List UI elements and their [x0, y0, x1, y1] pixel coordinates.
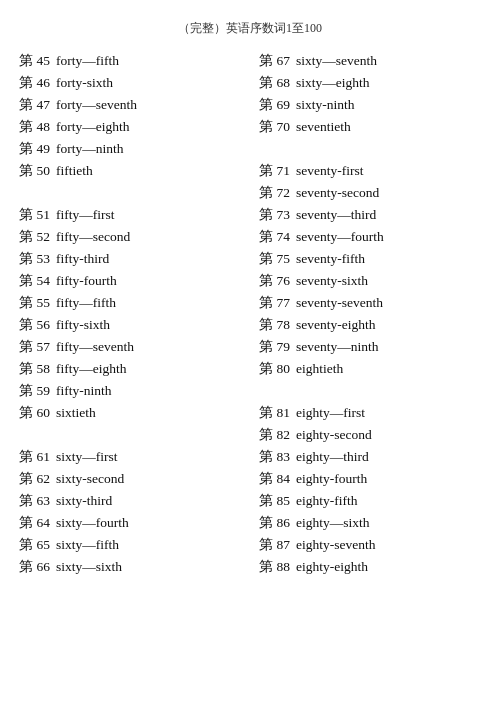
list-item: 第 74seventy—fourth	[258, 227, 482, 249]
entry-number: 第 88	[258, 558, 296, 576]
entry-number: 第 55	[18, 294, 56, 312]
entry-word: sixty-second	[56, 471, 124, 487]
entry-word: sixty—seventh	[296, 53, 377, 69]
entry-word: sixty-third	[56, 493, 112, 509]
list-item: 第 47forty—seventh	[18, 95, 242, 117]
entry-word: sixty—sixth	[56, 559, 122, 575]
entry-number: 第 50	[18, 162, 56, 180]
entry-number: 第 79	[258, 338, 296, 356]
entry-number: 第 60	[18, 404, 56, 422]
entry-number: 第 47	[18, 96, 56, 114]
entry-number: 第 78	[258, 316, 296, 334]
list-item: 第 72seventy-second	[258, 183, 482, 205]
entry-number: 第 53	[18, 250, 56, 268]
entry-number: 第 52	[18, 228, 56, 246]
entry-number: 第 71	[258, 162, 296, 180]
entry-number: 第 83	[258, 448, 296, 466]
list-item: 第 69sixty-ninth	[258, 95, 482, 117]
entry-word: seventy-sixth	[296, 273, 368, 289]
entry-word: eighty-seventh	[296, 537, 375, 553]
list-item: 第 49forty—ninth	[18, 139, 242, 161]
entry-word: seventy—third	[296, 207, 376, 223]
entry-number: 第 66	[18, 558, 56, 576]
entry-number: 第 48	[18, 118, 56, 136]
entry-word: fifty—fifth	[56, 295, 116, 311]
entry-number: 第 70	[258, 118, 296, 136]
list-item: 第 83eighty—third	[258, 447, 482, 469]
entry-number: 第 59	[18, 382, 56, 400]
entry-number: 第 75	[258, 250, 296, 268]
list-item: 第 75seventy-fifth	[258, 249, 482, 271]
entry-number: 第 57	[18, 338, 56, 356]
entry-number: 第 49	[18, 140, 56, 158]
list-item: 第 54fifty-fourth	[18, 271, 242, 293]
entry-number: 第 81	[258, 404, 296, 422]
list-item: 第 56fifty-sixth	[18, 315, 242, 337]
right-column: 第 67sixty—seventh第 68sixty—eighth第 69six…	[250, 51, 490, 579]
entry-number: 第 64	[18, 514, 56, 532]
entry-number: 第 46	[18, 74, 56, 92]
blank-line	[258, 381, 482, 403]
list-item: 第 76seventy-sixth	[258, 271, 482, 293]
entry-word: sixty—first	[56, 449, 118, 465]
entry-number: 第 67	[258, 52, 296, 70]
entry-word: fifty-fourth	[56, 273, 117, 289]
list-item: 第 88eighty-eighth	[258, 557, 482, 579]
entry-word: seventy-second	[296, 185, 379, 201]
entry-word: fifty-ninth	[56, 383, 112, 399]
entry-word: forty—eighth	[56, 119, 130, 135]
list-item: 第 68sixty—eighth	[258, 73, 482, 95]
entry-word: seventy—ninth	[296, 339, 379, 355]
list-item: 第 59fifty-ninth	[18, 381, 242, 403]
entry-number: 第 85	[258, 492, 296, 510]
list-item: 第 57fifty—seventh	[18, 337, 242, 359]
list-item: 第 58fifty—eighth	[18, 359, 242, 381]
list-item: 第 82eighty-second	[258, 425, 482, 447]
entry-number: 第 76	[258, 272, 296, 290]
entry-word: seventieth	[296, 119, 351, 135]
entry-word: seventy-first	[296, 163, 363, 179]
list-item: 第 53fifty-third	[18, 249, 242, 271]
entry-number: 第 73	[258, 206, 296, 224]
entry-word: eighty-second	[296, 427, 372, 443]
entry-number: 第 54	[18, 272, 56, 290]
list-item: 第 71seventy-first	[258, 161, 482, 183]
entry-word: sixty—fifth	[56, 537, 119, 553]
list-item: 第 67sixty—seventh	[258, 51, 482, 73]
list-item: 第 52fifty—second	[18, 227, 242, 249]
left-column: 第 45forty—fifth第 46forty-sixth第 47forty—…	[10, 51, 250, 579]
list-item: 第 64sixty—fourth	[18, 513, 242, 535]
entry-word: seventy-fifth	[296, 251, 365, 267]
entry-word: fifty—second	[56, 229, 130, 245]
list-item: 第 48forty—eighth	[18, 117, 242, 139]
entry-word: fifty-third	[56, 251, 109, 267]
entry-number: 第 51	[18, 206, 56, 224]
list-item: 第 87eighty-seventh	[258, 535, 482, 557]
entry-number: 第 45	[18, 52, 56, 70]
list-item: 第 46forty-sixth	[18, 73, 242, 95]
entry-word: eighty-fourth	[296, 471, 367, 487]
entry-word: fifty-sixth	[56, 317, 110, 333]
entry-number: 第 56	[18, 316, 56, 334]
entry-word: forty-sixth	[56, 75, 113, 91]
entry-number: 第 69	[258, 96, 296, 114]
entry-word: eighty—third	[296, 449, 369, 465]
entry-number: 第 68	[258, 74, 296, 92]
entry-number: 第 58	[18, 360, 56, 378]
entry-number: 第 82	[258, 426, 296, 444]
entry-word: eighty-fifth	[296, 493, 357, 509]
entry-word: eightieth	[296, 361, 343, 377]
entry-number: 第 63	[18, 492, 56, 510]
list-item: 第 63sixty-third	[18, 491, 242, 513]
entry-number: 第 61	[18, 448, 56, 466]
blank-line	[258, 139, 482, 161]
entry-word: sixty—eighth	[296, 75, 370, 91]
entry-word: fifty—seventh	[56, 339, 134, 355]
entry-number: 第 86	[258, 514, 296, 532]
entry-word: sixty—fourth	[56, 515, 129, 531]
entry-word: seventy—fourth	[296, 229, 384, 245]
list-item: 第 73seventy—third	[258, 205, 482, 227]
list-item: 第 45forty—fifth	[18, 51, 242, 73]
list-item: 第 79seventy—ninth	[258, 337, 482, 359]
entry-number: 第 72	[258, 184, 296, 202]
